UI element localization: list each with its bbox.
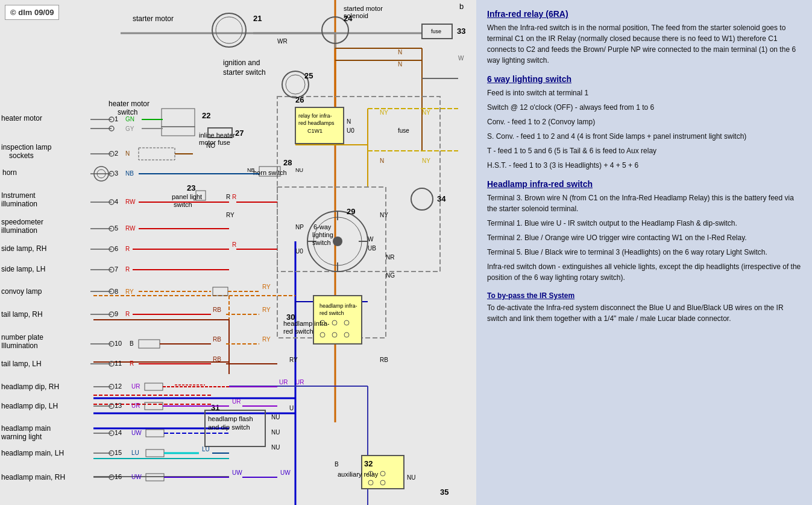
svg-text:side lamp, RH: side lamp, RH [1, 244, 46, 253]
svg-text:R: R [226, 194, 230, 200]
svg-text:35: 35 [440, 488, 448, 497]
ir-relay-body: When the Infra-red switch is in the norm… [487, 22, 801, 66]
svg-text:RY: RY [262, 284, 271, 290]
svg-text:33: 33 [457, 27, 465, 36]
svg-text:UR: UR [131, 383, 140, 390]
svg-text:headlamp flash: headlamp flash [208, 415, 253, 422]
svg-text:3: 3 [115, 170, 118, 177]
bypass-p1: To de-activate the Infra-red system disc… [487, 302, 801, 324]
svg-text:N: N [125, 150, 130, 157]
headlamp-ir-switch-section: Headlamp infra-red switch Terminal 3. Br… [487, 179, 801, 283]
lighting-switch-section: 6 way lighting switch Feed is into switc… [487, 74, 801, 171]
svg-text:W: W [368, 236, 374, 243]
svg-text:R: R [130, 360, 134, 367]
svg-text:RY: RY [226, 212, 234, 218]
svg-text:NU: NU [295, 167, 303, 173]
svg-text:fuse: fuse [398, 127, 409, 134]
svg-text:RY: RY [125, 288, 134, 295]
svg-text:UR: UR [131, 402, 140, 409]
svg-text:Instrument: Instrument [1, 191, 36, 200]
svg-text:tail lamp, LH: tail lamp, LH [1, 360, 42, 368]
ir-relay-section: Infra-red relay (6RA) When the Infra-red… [487, 9, 801, 66]
svg-text:headlamp dip, RH: headlamp dip, RH [1, 383, 59, 391]
bypass-ir-body: To de-activate the Infra-red system disc… [487, 302, 801, 324]
svg-text:W: W [458, 55, 464, 62]
svg-text:22: 22 [202, 111, 210, 120]
svg-text:29: 29 [347, 207, 355, 216]
svg-text:NU: NU [271, 414, 280, 421]
ir-relay-p1: When the Infra-red switch is in the norm… [487, 22, 801, 66]
svg-text:panel light: panel light [172, 193, 202, 200]
hirs-p1: Terminal 3. Brown wire N (from C1 on the… [487, 192, 801, 214]
ls-p2-text: Switch @ 12 o'clock (OFF) - always feed … [487, 103, 654, 112]
svg-text:red headlamps: red headlamps [298, 120, 335, 126]
svg-text:and dip switch: and dip switch [208, 424, 250, 431]
svg-text:headlamp main: headlamp main [1, 424, 51, 433]
svg-text:horn switch: horn switch [253, 169, 287, 176]
svg-text:illumination: illumination [1, 200, 37, 208]
svg-text:6-way: 6-way [313, 223, 332, 230]
svg-text:RB: RB [380, 357, 388, 363]
ir-relay-heading: Infra-red relay (6RA) [487, 9, 801, 19]
svg-text:U: U [289, 405, 294, 411]
ls-p6: H.S.T. - feed 1 to 3 (3 is Headlights) +… [487, 160, 801, 171]
headlamp-ir-switch-heading: Headlamp infra-red switch [487, 179, 801, 189]
svg-text:LU: LU [202, 446, 210, 453]
text-area: Infra-red relay (6RA) When the Infra-red… [476, 0, 812, 505]
svg-text:NG: NG [386, 272, 395, 279]
svg-text:26: 26 [295, 95, 304, 104]
svg-text:RY: RY [289, 357, 298, 363]
svg-text:inspection lamp: inspection lamp [1, 143, 52, 151]
svg-text:R: R [125, 311, 130, 317]
svg-text:1: 1 [115, 115, 118, 122]
svg-text:B: B [130, 340, 134, 347]
svg-text:RW: RW [125, 225, 136, 232]
svg-text:heater motor: heater motor [109, 100, 149, 108]
svg-text:10: 10 [115, 340, 122, 347]
headlamp-ir-switch-body: Terminal 3. Brown wire N (from C1 on the… [487, 192, 801, 283]
svg-text:convoy lamp: convoy lamp [1, 287, 42, 296]
ls-p1: Feed is into switch at terminal 1 [487, 87, 801, 98]
svg-text:red switch: red switch [319, 310, 344, 316]
svg-text:NY: NY [380, 212, 388, 218]
svg-text:RY: RY [262, 306, 271, 313]
svg-text:headlamp dip, LH: headlamp dip, LH [1, 402, 58, 410]
svg-text:switch: switch [118, 108, 137, 116]
svg-text:inline heater: inline heater [199, 132, 235, 139]
svg-text:UW: UW [131, 430, 142, 436]
svg-text:14: 14 [115, 429, 122, 436]
svg-text:RB: RB [213, 336, 221, 343]
svg-text:illumination: illumination [1, 226, 37, 235]
svg-text:headlamp main, LH: headlamp main, LH [1, 449, 64, 457]
svg-text:RW: RW [125, 199, 136, 205]
svg-text:headlamp infra-: headlamp infra- [319, 303, 357, 309]
svg-text:heater motor: heater motor [1, 114, 42, 122]
svg-text:C1W1: C1W1 [307, 128, 323, 134]
svg-text:6: 6 [115, 245, 118, 252]
svg-text:NP: NP [295, 224, 304, 230]
hirs-p3: Terminal 2. Blue / Orange wire UO trigge… [487, 232, 801, 243]
svg-text:R: R [232, 241, 236, 248]
svg-text:red switch: red switch [283, 328, 313, 335]
diagram-area: © dlm 09/09 [0, 0, 476, 505]
bypass-ir-heading: To by-pass the IR System [487, 291, 801, 300]
svg-text:solenoid: solenoid [344, 12, 368, 19]
svg-text:sockets: sockets [9, 151, 34, 160]
svg-text:R: R [125, 246, 130, 252]
svg-text:ignition and: ignition and [223, 59, 260, 67]
ls-p4: S. Conv. - feed 1 to 2 and 4 (4 is front… [487, 131, 801, 142]
svg-text:8: 8 [115, 288, 118, 295]
svg-text:Illumination: Illumination [1, 341, 38, 350]
svg-text:UR: UR [279, 379, 288, 386]
svg-text:WR: WR [277, 38, 288, 45]
svg-text:9: 9 [115, 310, 118, 317]
svg-text:11: 11 [115, 360, 122, 367]
svg-text:switch: switch [312, 239, 331, 246]
svg-text:RB: RB [213, 306, 221, 313]
svg-text:NR: NR [386, 254, 394, 261]
svg-text:R: R [232, 194, 236, 200]
svg-text:UR: UR [295, 379, 304, 386]
svg-text:23: 23 [187, 183, 195, 192]
svg-text:UR: UR [232, 398, 241, 405]
svg-text:NY: NY [380, 109, 388, 116]
